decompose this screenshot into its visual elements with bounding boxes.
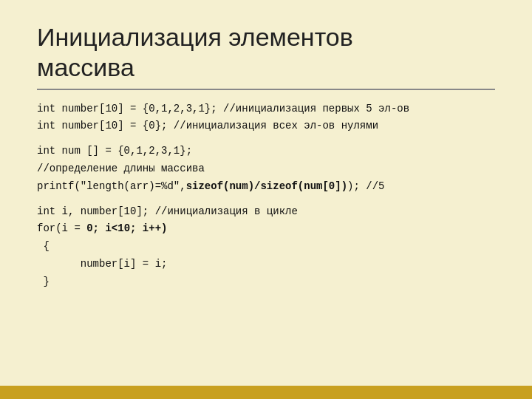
code-line-1: int number[10] = {0,1,2,3,1}; //инициали… [37,100,495,118]
code-section: int number[10] = {0,1,2,3,1}; //инициали… [37,100,495,291]
code-line-5: printf("length(arr)=%d",sizeof(num)/size… [37,178,495,196]
code-line-9: number[i] = i; [37,256,495,273]
code-line-4: //определение длины массива [37,160,495,178]
code-line-10: } [37,273,495,291]
code-line-7: for(i = 0; i<10; i++) [37,220,495,238]
title-divider [37,89,495,90]
code-bold-for: 0; i<10; i++) [86,222,167,234]
code-bold-sizeof: sizeof(num)/sizeof(num[0]) [186,180,347,192]
title-line2: массива [37,53,134,81]
bottom-bar [0,386,532,399]
title-line1: Инициализация элементов [37,23,353,51]
slide-container: Инициализация элементов массива int numb… [0,0,532,399]
spacer-2 [37,196,495,203]
slide-title: Инициализация элементов массива [37,22,495,83]
code-line-8: { [37,238,495,256]
title-section: Инициализация элементов массива [37,22,495,90]
code-line-2: int number[10] = {0}; //инициализация вс… [37,117,495,135]
code-line-6: int i, number[10]; //инициализация в цик… [37,203,495,221]
code-line-3: int num [] = {0,1,2,3,1}; [37,143,495,160]
spacer-1 [37,135,495,143]
